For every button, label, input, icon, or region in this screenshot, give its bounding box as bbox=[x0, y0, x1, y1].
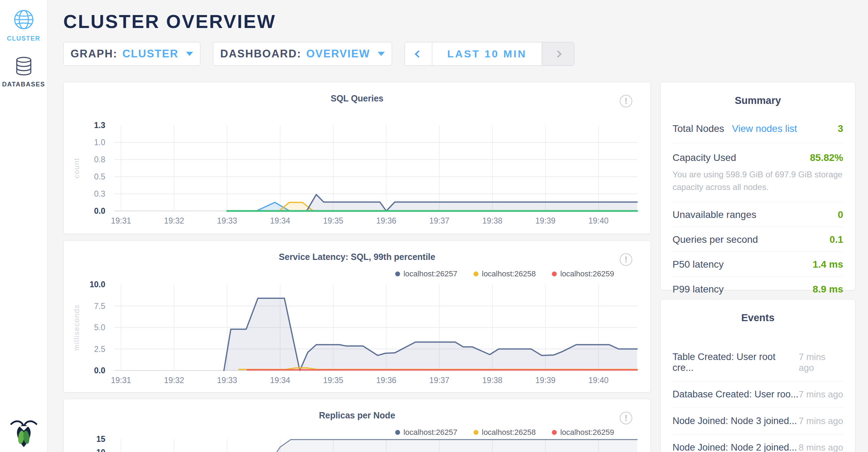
svg-text:0.3: 0.3 bbox=[94, 189, 105, 198]
svg-text:19:32: 19:32 bbox=[164, 216, 184, 225]
svg-text:19:40: 19:40 bbox=[589, 216, 609, 225]
svg-text:10: 10 bbox=[96, 448, 105, 452]
dashboard-dropdown[interactable]: DASHBOARD: OVERVIEW bbox=[213, 42, 392, 66]
summary-row-capacity-used: Capacity Used 85.82% You are using 598.9… bbox=[673, 143, 843, 202]
caret-down-icon bbox=[378, 52, 385, 56]
summary-row-p99-latency: P99 latency 8.9 ms bbox=[673, 276, 843, 301]
svg-text:19:32: 19:32 bbox=[164, 376, 184, 385]
sidebar-item-databases[interactable]: DATABASES bbox=[0, 42, 47, 88]
summary-row-label: Unavailable ranges bbox=[673, 209, 756, 220]
svg-text:19:35: 19:35 bbox=[323, 216, 343, 225]
event-text: Table Created: User root cre... bbox=[673, 352, 799, 373]
event-text: Node Joined: Node 2 joined... bbox=[673, 442, 797, 452]
graph-dropdown-value: CLUSTER bbox=[122, 48, 178, 60]
svg-text:1.3: 1.3 bbox=[94, 121, 105, 130]
main-content: CLUSTER OVERVIEW GRAPH: CLUSTER DASHBOAR… bbox=[48, 0, 868, 452]
svg-text:19:38: 19:38 bbox=[482, 216, 503, 225]
sidebar-item-label: DATABASES bbox=[0, 81, 47, 88]
side-panels: Summary Total Nodes View nodes list 3 Ca… bbox=[660, 82, 855, 452]
event-time: 7 mins ago bbox=[799, 389, 843, 400]
caret-down-icon bbox=[186, 52, 193, 56]
svg-text:19:37: 19:37 bbox=[429, 216, 449, 225]
graph-dropdown-label: GRAPH: bbox=[71, 48, 118, 60]
events-panel: Events Table Created: User root cre... 7… bbox=[660, 299, 855, 452]
event-text: Database Created: User roo... bbox=[673, 389, 798, 400]
svg-text:15: 15 bbox=[96, 435, 105, 444]
svg-text:19:39: 19:39 bbox=[535, 216, 556, 225]
sidebar-item-cluster[interactable]: CLUSTER bbox=[0, 0, 47, 42]
event-row[interactable]: Node Joined: Node 3 joined... 7 mins ago bbox=[673, 408, 843, 435]
time-range-label[interactable]: LAST 10 MIN bbox=[432, 42, 542, 65]
summary-row-value: 3 bbox=[838, 123, 843, 134]
view-nodes-list-link[interactable]: View nodes list bbox=[732, 123, 797, 134]
svg-text:0.0: 0.0 bbox=[94, 366, 105, 375]
svg-text:19:37: 19:37 bbox=[429, 376, 449, 385]
summary-row-value: 8.9 ms bbox=[813, 284, 843, 295]
graph-dropdown[interactable]: GRAPH: CLUSTER bbox=[63, 42, 200, 66]
svg-text:milliseconds: milliseconds bbox=[72, 304, 80, 351]
event-time: 7 mins ago bbox=[799, 352, 843, 373]
time-range-selector: LAST 10 MIN bbox=[405, 42, 574, 66]
svg-text:count: count bbox=[72, 158, 80, 178]
sidebar: CLUSTER DATABASES bbox=[0, 0, 48, 452]
summary-row-p50-latency: P50 latency 1.4 ms bbox=[673, 252, 843, 276]
svg-text:1.0: 1.0 bbox=[94, 138, 105, 147]
capacity-subtitle: You are using 598.9 GiB of 697.9 GiB sto… bbox=[673, 168, 843, 193]
charts-column: SQL Queries ! 19:3119:3219:3319:3419:351… bbox=[63, 82, 651, 452]
summary-row-value: 85.82% bbox=[810, 152, 843, 163]
svg-text:19:38: 19:38 bbox=[482, 376, 503, 385]
summary-row-unavailable-ranges: Unavailable ranges 0 bbox=[673, 202, 843, 227]
chevron-left-icon bbox=[415, 50, 422, 57]
globe-icon bbox=[13, 9, 34, 31]
svg-text:0.0: 0.0 bbox=[94, 206, 105, 216]
svg-text:19:39: 19:39 bbox=[535, 376, 556, 385]
svg-text:19:40: 19:40 bbox=[589, 376, 609, 385]
svg-text:19:34: 19:34 bbox=[270, 216, 290, 225]
service-latency-plot: 19:3119:3219:3319:3419:3519:3619:3719:38… bbox=[64, 241, 650, 392]
summary-row-label: P50 latency bbox=[673, 259, 724, 270]
controls-bar: GRAPH: CLUSTER DASHBOARD: OVERVIEW LAST … bbox=[63, 42, 855, 66]
summary-row-total-nodes: Total Nodes View nodes list 3 bbox=[673, 115, 843, 143]
event-row[interactable]: Table Created: User root cre... 7 mins a… bbox=[673, 344, 843, 381]
summary-row-value: 0 bbox=[838, 209, 843, 220]
events-title: Events bbox=[673, 312, 843, 324]
summary-row-value: 1.4 ms bbox=[813, 259, 843, 270]
svg-text:19:31: 19:31 bbox=[111, 216, 131, 225]
event-text: Node Joined: Node 3 joined... bbox=[673, 416, 797, 426]
summary-title: Summary bbox=[673, 95, 843, 106]
page-title: CLUSTER OVERVIEW bbox=[63, 12, 855, 31]
svg-text:19:33: 19:33 bbox=[217, 376, 237, 385]
cockroach-bug-icon bbox=[0, 419, 48, 449]
event-row[interactable]: Database Created: User roo... 7 mins ago bbox=[673, 381, 843, 408]
dashboard-dropdown-value: OVERVIEW bbox=[306, 48, 370, 60]
svg-text:0.8: 0.8 bbox=[94, 155, 105, 164]
svg-text:7.5: 7.5 bbox=[94, 302, 105, 311]
chevron-right-icon bbox=[554, 50, 562, 57]
event-row[interactable]: Node Joined: Node 2 joined... 8 mins ago bbox=[673, 435, 843, 452]
time-prev-button[interactable] bbox=[405, 42, 432, 65]
summary-row-queries-per-second: Queries per second 0.1 bbox=[673, 227, 843, 252]
time-next-button[interactable] bbox=[542, 42, 574, 65]
svg-text:10.0: 10.0 bbox=[90, 280, 105, 289]
sidebar-item-label: CLUSTER bbox=[0, 35, 47, 42]
svg-text:19:31: 19:31 bbox=[111, 376, 131, 385]
svg-text:19:34: 19:34 bbox=[270, 376, 290, 385]
sql-queries-plot: 19:3119:3219:3319:3419:3519:3619:3719:38… bbox=[64, 82, 650, 234]
svg-text:19:33: 19:33 bbox=[217, 216, 237, 225]
event-time: 8 mins ago bbox=[799, 442, 843, 452]
svg-text:19:36: 19:36 bbox=[376, 216, 397, 225]
summary-panel: Summary Total Nodes View nodes list 3 Ca… bbox=[660, 82, 855, 290]
event-time: 7 mins ago bbox=[799, 416, 843, 426]
chart-sql-queries: SQL Queries ! 19:3119:3219:3319:3419:351… bbox=[63, 82, 651, 234]
svg-text:0.5: 0.5 bbox=[94, 172, 105, 181]
summary-row-label: P99 latency bbox=[673, 284, 724, 295]
chart-replicas-per-node: Replicas per Node ! localhost:26257 loca… bbox=[63, 399, 651, 452]
dashboard-dropdown-label: DASHBOARD: bbox=[220, 48, 301, 60]
svg-text:19:36: 19:36 bbox=[376, 376, 397, 385]
summary-row-value: 0.1 bbox=[830, 234, 843, 245]
chart-service-latency: Service Latency: SQL, 99th percentile ! … bbox=[63, 240, 651, 393]
summary-row-label: Capacity Used bbox=[673, 152, 736, 163]
svg-text:19:35: 19:35 bbox=[323, 376, 343, 385]
summary-row-label: Queries per second bbox=[673, 234, 758, 245]
replicas-per-node-plot: 19:3119:3219:3319:3419:3519:3619:3719:38… bbox=[64, 399, 650, 452]
